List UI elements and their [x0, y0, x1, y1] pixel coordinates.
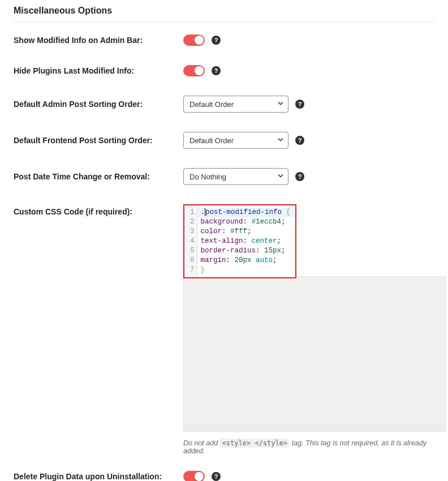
section-title: Miscellaneous Options [14, 6, 434, 16]
help-icon[interactable]: ? [295, 172, 304, 181]
select-default-frontend-sort[interactable]: Default Order [183, 132, 288, 149]
section-divider [14, 22, 434, 22]
help-icon[interactable]: ? [295, 136, 304, 145]
row-custom-css: Custom CSS Code (if required): 1234567 .… [14, 204, 434, 455]
custom-css-helper-note: Do not add <style> </style> tag. This ta… [183, 439, 434, 455]
label-custom-css: Custom CSS Code (if required): [14, 204, 183, 217]
custom-css-editor[interactable]: 1234567 .post-modified-info {background:… [183, 204, 296, 278]
label-delete-on-uninstall: Delete Plugin Data upon Uninstallation: [14, 471, 183, 481]
toggle-hide-plugins-last-modified[interactable] [183, 65, 205, 76]
toggle-show-modified-admin-bar[interactable] [183, 35, 205, 46]
select-post-date-change[interactable]: Do Nothing [183, 168, 288, 185]
row-post-date-change: Post Date Time Change or Removal: Do Not… [14, 168, 434, 185]
label-hide-plugins-last-modified: Hide Plugins Last Modified Info: [14, 66, 183, 76]
row-default-admin-sort: Default Admin Post Sorting Order: Defaul… [14, 96, 434, 113]
label-default-admin-sort: Default Admin Post Sorting Order: [14, 99, 183, 109]
help-icon[interactable]: ? [212, 36, 221, 45]
select-default-admin-sort[interactable]: Default Order [183, 96, 288, 113]
row-default-frontend-sort: Default Frontend Post Sorting Order: Def… [14, 132, 434, 149]
help-icon[interactable]: ? [295, 100, 304, 109]
label-show-modified-admin-bar: Show Modified Info on Admin Bar: [14, 35, 183, 45]
row-show-modified-admin-bar: Show Modified Info on Admin Bar: ? [14, 35, 434, 46]
row-delete-on-uninstall: Delete Plugin Data upon Uninstallation: … [14, 471, 434, 481]
label-default-frontend-sort: Default Frontend Post Sorting Order: [14, 135, 183, 145]
help-icon[interactable]: ? [212, 472, 221, 481]
row-hide-plugins-last-modified: Hide Plugins Last Modified Info: ? [14, 65, 434, 76]
label-post-date-change: Post Date Time Change or Removal: [14, 171, 183, 182]
help-icon[interactable]: ? [212, 66, 221, 75]
toggle-delete-on-uninstall[interactable] [183, 471, 205, 481]
